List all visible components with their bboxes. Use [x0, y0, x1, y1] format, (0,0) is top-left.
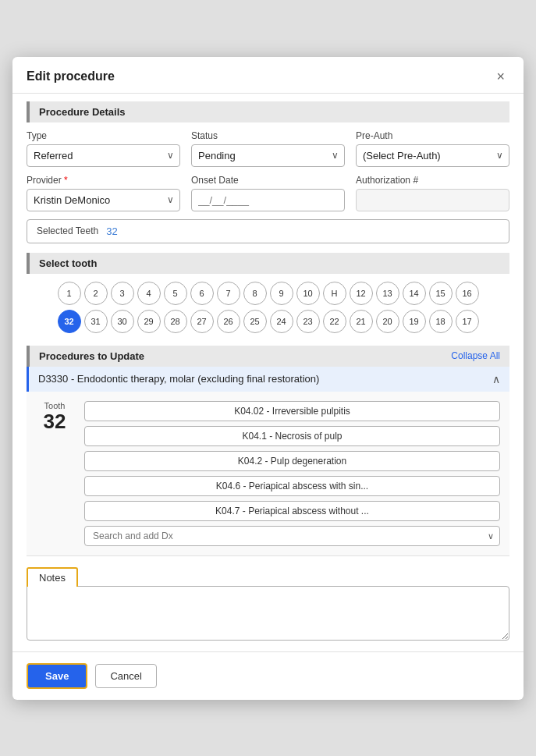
- procedure-content: Tooth 32 K04.02 - Irreversible pulpitisK…: [27, 392, 509, 556]
- tooth-btn-17[interactable]: 17: [456, 310, 479, 333]
- edit-procedure-modal: Edit procedure × Procedure Details Type …: [12, 57, 524, 700]
- onset-date-input[interactable]: [191, 189, 345, 211]
- dx-btn[interactable]: K04.2 - Pulp degeneration: [84, 451, 500, 471]
- tooth-btn-28[interactable]: 28: [164, 310, 187, 333]
- tooth-btn-16[interactable]: 16: [456, 282, 479, 305]
- procedure-item[interactable]: D3330 - Endodontic therapy, molar (exclu…: [27, 367, 509, 392]
- procedure-name: D3330 - Endodontic therapy, molar (exclu…: [38, 373, 319, 385]
- tooth-btn-9[interactable]: 9: [270, 282, 293, 305]
- tooth-label-text: Tooth: [44, 401, 66, 410]
- status-group: Status Pending: [191, 130, 345, 167]
- tooth-btn-19[interactable]: 19: [403, 310, 426, 333]
- tooth-row-upper: 12345678910H1213141516: [58, 282, 479, 305]
- tooth-btn-3[interactable]: 3: [111, 282, 134, 305]
- provider-group: Provider * Kristin DeMonico: [27, 175, 180, 211]
- provider-label: Provider *: [27, 175, 180, 186]
- status-select-wrapper: Pending: [191, 144, 345, 167]
- chevron-up-icon: ∧: [492, 373, 500, 385]
- tooth-btn-10[interactable]: 10: [296, 282, 320, 305]
- modal-header: Edit procedure ×: [12, 57, 524, 94]
- notes-textarea[interactable]: [27, 586, 509, 641]
- tooth-btn-H[interactable]: H: [323, 282, 346, 305]
- tooth-btn-12[interactable]: 12: [350, 282, 373, 305]
- tooth-btn-29[interactable]: 29: [137, 310, 161, 333]
- tooth-btn-2[interactable]: 2: [84, 282, 108, 305]
- form-row-2: Provider * Kristin DeMonico Onset Date A…: [27, 175, 509, 211]
- authorization-group: Authorization #: [356, 175, 509, 211]
- tooth-btn-13[interactable]: 13: [376, 282, 399, 305]
- tooth-btn-1[interactable]: 1: [58, 282, 81, 305]
- authorization-label: Authorization #: [356, 175, 509, 186]
- tooth-btn-15[interactable]: 15: [429, 282, 453, 305]
- type-group: Type Referred: [27, 130, 180, 167]
- tooth-btn-7[interactable]: 7: [217, 282, 240, 305]
- tooth-btn-6[interactable]: 6: [190, 282, 214, 305]
- preauth-label: Pre-Auth: [356, 130, 509, 141]
- dx-btn[interactable]: K04.7 - Periapical abscess without ...: [84, 501, 500, 521]
- form-row-1: Type Referred Status Pending Pre-Auth: [27, 130, 509, 167]
- procedures-to-update-header: Procedures to Update Collapse All: [27, 346, 509, 367]
- select-tooth-header: Select tooth: [27, 253, 509, 274]
- tooth-btn-26[interactable]: 26: [217, 310, 240, 333]
- notes-section: Notes: [27, 567, 509, 641]
- status-select[interactable]: Pending: [191, 144, 345, 167]
- preauth-select[interactable]: (Select Pre-Auth): [356, 144, 509, 167]
- type-label: Type: [27, 130, 180, 141]
- dx-list: K04.02 - Irreversible pulpitisK04.1 - Ne…: [84, 401, 500, 546]
- status-label: Status: [191, 130, 345, 141]
- dx-btn[interactable]: K04.6 - Periapical abscess with sin...: [84, 476, 500, 496]
- tooth-btn-25[interactable]: 25: [243, 310, 267, 333]
- tooth-btn-18[interactable]: 18: [429, 310, 453, 333]
- tooth-btn-31[interactable]: 31: [84, 310, 108, 333]
- provider-select[interactable]: Kristin DeMonico: [27, 189, 180, 211]
- tooth-btn-23[interactable]: 23: [296, 310, 320, 333]
- modal-title: Edit procedure: [27, 69, 115, 83]
- preauth-select-wrapper: (Select Pre-Auth): [356, 144, 509, 167]
- collapse-all-button[interactable]: Collapse All: [451, 350, 500, 361]
- procedures-to-update-label: Procedures to Update: [39, 350, 144, 362]
- modal-footer: Save Cancel: [12, 651, 524, 700]
- save-button[interactable]: Save: [27, 663, 87, 689]
- cancel-button[interactable]: Cancel: [95, 664, 156, 688]
- tooth-btn-24[interactable]: 24: [270, 310, 293, 333]
- type-select-wrapper: Referred: [27, 144, 180, 167]
- authorization-input: [356, 189, 509, 211]
- tooth-btn-14[interactable]: 14: [403, 282, 426, 305]
- preauth-group: Pre-Auth (Select Pre-Auth): [356, 130, 509, 167]
- tooth-btn-22[interactable]: 22: [323, 310, 346, 333]
- selected-teeth-value: 32: [106, 225, 117, 237]
- procedure-details-header: Procedure Details: [27, 101, 509, 122]
- modal-body: Procedure Details Type Referred Status P…: [12, 94, 524, 651]
- notes-tab[interactable]: Notes: [27, 567, 78, 587]
- close-button[interactable]: ×: [492, 68, 509, 85]
- dx-btn[interactable]: K04.1 - Necrosis of pulp: [84, 426, 500, 446]
- selected-teeth-bar: Selected Teeth 32: [27, 219, 509, 243]
- type-select[interactable]: Referred: [27, 144, 180, 167]
- search-dx-wrapper: ∨: [84, 526, 500, 546]
- tooth-label-area: Tooth 32: [39, 401, 70, 546]
- selected-teeth-label: Selected Teeth: [37, 225, 98, 236]
- tooth-btn-30[interactable]: 30: [111, 310, 134, 333]
- tooth-btn-8[interactable]: 8: [243, 282, 267, 305]
- tooth-grid: 12345678910H1213141516 32313029282726252…: [27, 282, 509, 333]
- tooth-btn-27[interactable]: 27: [190, 310, 214, 333]
- tooth-btn-21[interactable]: 21: [350, 310, 373, 333]
- tooth-btn-4[interactable]: 4: [137, 282, 161, 305]
- tooth-number: 32: [44, 410, 66, 433]
- tooth-btn-32[interactable]: 32: [58, 310, 81, 333]
- onset-date-label: Onset Date: [191, 175, 345, 186]
- tooth-btn-20[interactable]: 20: [376, 310, 399, 333]
- onset-date-group: Onset Date: [191, 175, 345, 211]
- dx-btn[interactable]: K04.02 - Irreversible pulpitis: [84, 401, 500, 421]
- search-dx-input[interactable]: [84, 526, 500, 546]
- tooth-row-lower: 32313029282726252423222120191817: [58, 310, 479, 333]
- tooth-btn-5[interactable]: 5: [164, 282, 187, 305]
- provider-select-wrapper: Kristin DeMonico: [27, 189, 180, 211]
